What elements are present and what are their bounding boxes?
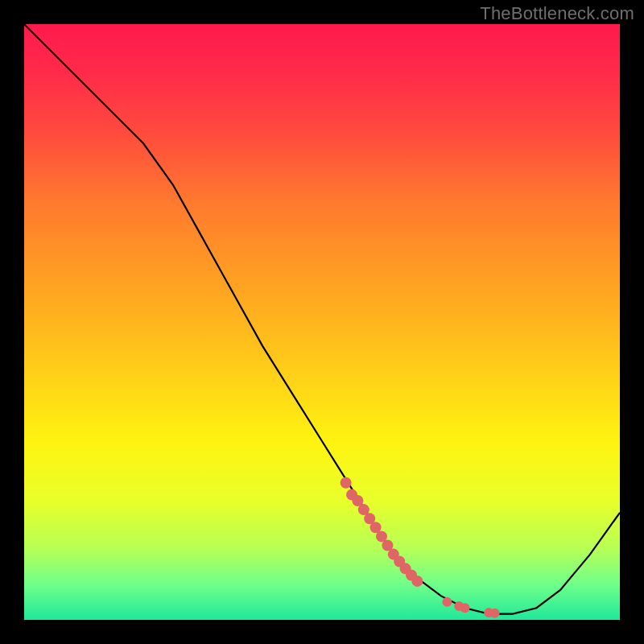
highlight-dot [341, 477, 352, 489]
highlight-dot [442, 597, 452, 607]
highlight-dot [490, 609, 500, 618]
chart-frame: TheBottleneck.com [0, 0, 644, 644]
highlight-dot [460, 603, 470, 613]
highlight-dot [411, 576, 423, 587]
plot-area [24, 24, 620, 620]
watermark-text: TheBottleneck.com [480, 3, 634, 24]
plot-svg [24, 24, 620, 620]
